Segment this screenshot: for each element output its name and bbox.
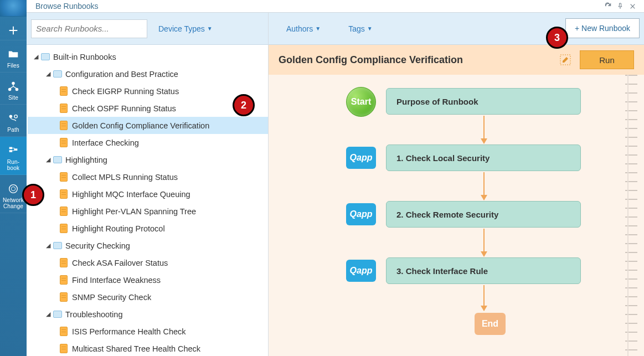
tree-item[interactable]: Find Interface Weakness [28,271,268,288]
folder-icon [53,70,62,78]
tree-item[interactable]: Highlight Routing Protocol [28,220,268,237]
content-filter-bar: Authors▼ Tags▼ + New Runbook [269,13,644,45]
edit-button[interactable] [559,53,572,66]
search-input[interactable] [36,24,142,33]
runbook-tree: ◢ Built-in Runbooks ◢ Configuration and … [27,45,268,356]
tree-item-label: SNMP Security Check [72,293,151,302]
folder-icon [53,156,62,163]
vbar-add-button[interactable] [0,17,27,40]
tree-item-label: Collect MPLS Running Status [72,173,178,182]
tree-item[interactable]: Check ASA Failover Status [28,254,268,271]
refresh-button[interactable] [602,0,614,12]
runbook-browser-panel: Device Types▼ ◢ Built-in Runbooks ◢ Conf… [27,13,269,356]
expand-icon[interactable]: ◢ [44,242,52,250]
vbar-runbook[interactable]: Run- book [0,137,27,175]
tree-group-label: Configuration and Best Practice [65,70,178,79]
runbook-item-icon [60,344,68,353]
callout-badge-3: 3 [546,27,568,49]
runbook-item-icon [60,207,68,216]
tree-item[interactable]: ISIS Performance Health Check [28,323,268,340]
tree-item-label: Check EIGRP Running Status [72,87,179,96]
search-field[interactable] [31,19,147,38]
vbar-site[interactable]: Site [0,73,27,105]
flow-qapp-badge[interactable]: Qapp [346,203,376,225]
tree-root-label: Built-in Runbooks [53,53,116,61]
panel-title: Browse Runbooks [32,2,602,11]
tree-group[interactable]: ◢ Configuration and Best Practice [28,65,268,82]
tree-item[interactable]: Check EIGRP Running Status [28,82,268,100]
runbook-item-icon [60,138,68,147]
flow-step-node[interactable]: Purpose of Runbook [386,88,581,115]
caret-down-icon: ▼ [207,25,213,32]
flow-arrow [483,116,485,143]
caret-down-icon: ▼ [367,25,373,32]
callout-badge-2: 2 [233,94,255,116]
app-logo-area [0,0,27,17]
pin-button[interactable] [614,0,626,12]
vbar-nc-label: Network Change [3,197,24,209]
flow-start-node[interactable]: Start [346,87,376,117]
flow-end-node[interactable]: End [475,313,506,335]
folder-icon [41,53,50,60]
tree-item-label: Golden Config Compliance Verification [72,121,209,130]
site-icon [7,80,19,92]
runbook-canvas: Start Purpose of Runbook Qapp 1. Check L… [269,75,644,356]
tree-item[interactable]: Interface Checking [28,134,268,151]
flow-step-node[interactable]: 2. Check Remote Security [386,201,581,228]
tree-item-selected[interactable]: Golden Config Compliance Verification [28,117,268,134]
flow-qapp-badge[interactable]: Qapp [346,147,376,169]
expand-icon[interactable]: ◢ [44,70,52,78]
svg-rect-6 [9,150,13,152]
tree-item[interactable]: Multicast Shared Tree Health Check [28,340,268,356]
close-button[interactable] [626,0,638,12]
runbook-item-icon [60,86,68,96]
new-runbook-button[interactable]: + New Runbook [565,18,640,38]
runbook-item-icon [60,275,68,285]
expand-icon[interactable]: ◢ [44,156,52,164]
search-icon [142,24,142,34]
run-button[interactable]: Run [580,50,634,69]
vbar-site-label: Site [8,95,18,101]
tree-item[interactable]: Highlight MQC Interface Queuing [28,185,268,203]
tree-group[interactable]: ◢ Security Checking [28,237,268,254]
tree-item[interactable]: SNMP Security Check [28,288,268,306]
path-icon [7,112,19,125]
runbook-item-icon [60,104,68,113]
expand-icon[interactable]: ◢ [32,53,40,61]
folder-icon [53,311,62,318]
refresh-icon [604,2,612,10]
tree-item[interactable]: Collect MPLS Running Status [28,168,268,185]
tree-group[interactable]: ◢ Troubleshooting [28,306,268,323]
folder-icon [53,242,62,249]
tree-item-label: Interface Checking [72,138,139,147]
filter-device-types[interactable]: Device Types▼ [158,24,213,33]
runbook-item-icon [60,327,68,336]
expand-icon[interactable]: ◢ [44,311,52,318]
browser-filter-bar: Device Types▼ [27,13,268,45]
flow-step-node[interactable]: 3. Check Interface Rule [386,257,581,284]
flow-qapp-badge[interactable]: Qapp [346,260,376,282]
flow-step-node[interactable]: 1. Check Local Security [386,145,581,171]
tree-group[interactable]: ◢ Highlighting [28,151,268,168]
pin-icon [617,2,624,10]
app-vertical-toolbar: Files Site Path Run- book Network Change [0,0,27,356]
tree-item[interactable]: Check OSPF Running Status [28,100,268,117]
tree-root[interactable]: ◢ Built-in Runbooks [28,48,268,65]
tree-item-label: Check ASA Failover Status [72,259,168,267]
svg-point-8 [9,185,18,193]
runbook-item-icon [60,189,68,199]
vbar-files-label: Files [7,63,19,69]
tree-group-label: Troubleshooting [65,310,122,319]
runbook-item-icon [60,172,68,182]
tree-item[interactable]: Highlight Per-VLAN Spanning Tree [28,203,268,220]
svg-point-9 [142,28,142,29]
tree-item-label: Find Interface Weakness [72,276,161,285]
tree-item-label: Multicast Shared Tree Health Check [72,344,200,353]
filter-authors[interactable]: Authors▼ [286,24,321,33]
caret-down-icon: ▼ [315,25,321,32]
vbar-path[interactable]: Path [0,105,27,137]
tree-item-label: Highlight Routing Protocol [72,224,165,233]
filter-tags[interactable]: Tags▼ [348,24,372,33]
vbar-files[interactable]: Files [0,40,27,73]
runbook-header: Golden Config Compliance Verification Ru… [269,45,644,75]
